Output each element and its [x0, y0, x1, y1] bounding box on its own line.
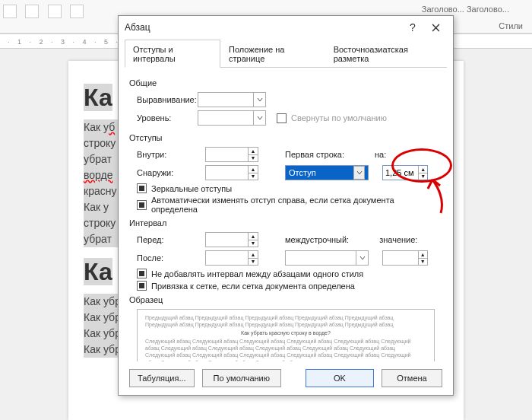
space-after-label: После: — [129, 253, 205, 262]
spin-down-icon[interactable]: ▼ — [249, 155, 258, 162]
auto-adjust-checkbox[interactable] — [137, 200, 147, 210]
spin-down-icon[interactable]: ▼ — [249, 173, 258, 180]
snap-to-grid-checkbox[interactable] — [137, 281, 147, 291]
spacing-at-label: значение: — [379, 235, 417, 244]
spin-up-icon[interactable]: ▲ — [249, 166, 258, 173]
mirror-indents-checkbox[interactable] — [137, 183, 147, 193]
doc-heading-2: Ка — [84, 258, 112, 285]
no-space-same-style-checkbox[interactable] — [137, 269, 147, 278]
line-spacing-select[interactable] — [285, 250, 369, 266]
space-before-input[interactable] — [206, 233, 248, 247]
space-before-label: Перед: — [129, 235, 205, 244]
spacing-at-spinner[interactable]: ▲▼ — [382, 250, 428, 266]
tab-indents-spacing[interactable]: Отступы и интервалы — [125, 40, 220, 68]
spin-down-icon[interactable]: ▼ — [249, 259, 258, 266]
spin-down-icon[interactable]: ▼ — [419, 259, 427, 266]
special-indent-select[interactable]: Отступ — [285, 165, 369, 180]
chevron-down-icon — [353, 166, 365, 180]
chevron-down-icon — [253, 111, 265, 125]
dialog-titlebar[interactable]: Абзац ? — [119, 16, 453, 39]
set-default-button[interactable]: По умолчанию — [202, 369, 281, 387]
dialog-button-row: Табуляция... По умолчанию OK Отмена — [119, 361, 453, 395]
chevron-down-icon — [356, 251, 368, 265]
tab-page-position[interactable]: Положение на странице — [220, 40, 325, 68]
section-general-label: Общие — [129, 78, 442, 88]
space-before-spinner[interactable]: ▲▼ — [205, 232, 258, 247]
dialog-tabs: Отступы и интервалы Положение на страниц… — [125, 39, 447, 68]
help-button[interactable]: ? — [401, 17, 424, 38]
spin-down-icon[interactable]: ▼ — [419, 173, 427, 180]
outside-indent-spinner[interactable]: ▲▼ — [205, 165, 258, 180]
cancel-button[interactable]: Отмена — [382, 369, 442, 387]
spin-up-icon[interactable]: ▲ — [419, 251, 427, 259]
style-gallery-labels: Заголово... Заголово... — [422, 5, 509, 14]
styles-group-label: Стили — [499, 21, 523, 30]
inside-indent-label: Внутри: — [129, 150, 205, 159]
by-indent-input[interactable] — [383, 166, 418, 180]
line-spacing-label: междустрочный: — [285, 235, 349, 244]
section-preview-label: Образец — [129, 295, 442, 304]
space-after-input[interactable] — [206, 251, 248, 265]
by-label: на: — [375, 150, 386, 159]
no-space-same-style-label: Не добавлять интервал между абзацами одн… — [151, 269, 363, 278]
outside-indent-label: Снаружи: — [129, 168, 205, 177]
close-icon — [432, 24, 440, 32]
alignment-select[interactable] — [198, 92, 266, 107]
by-indent-spinner[interactable]: ▲▼ — [382, 165, 428, 180]
tab-asian-layout[interactable]: Восточноазиатская разметка — [325, 40, 447, 68]
preview-center-text: Как убрать красную строку в ворде? — [145, 329, 426, 336]
chevron-down-icon — [253, 93, 265, 107]
preview-prev-text: Предыдущий абзац Предыдущий абзац Предыд… — [145, 314, 426, 328]
dialog-title: Абзац — [125, 22, 401, 33]
highlight-icon — [48, 5, 62, 18]
spin-up-icon[interactable]: ▲ — [249, 233, 258, 240]
doc-heading: Ка — [84, 84, 112, 111]
paragraph-dialog: Абзац ? Отступы и интервалы Положение на… — [118, 15, 454, 396]
alignment-label: Выравнивание: — [129, 95, 198, 104]
font-color-icon — [25, 5, 39, 18]
section-spacing-label: Интервал — [129, 218, 442, 228]
close-button[interactable] — [424, 17, 447, 38]
tabs-button[interactable]: Табуляция... — [129, 369, 195, 387]
inside-indent-spinner[interactable]: ▲▼ — [205, 147, 258, 162]
outline-level-label: Уровень: — [129, 113, 198, 123]
section-indent-label: Отступы — [129, 133, 442, 142]
spin-down-icon[interactable]: ▼ — [249, 240, 258, 247]
preview-next-text: Следующий абзац Следующий абзац Следующи… — [145, 338, 426, 361]
ok-button[interactable]: OK — [306, 369, 374, 387]
spin-up-icon[interactable]: ▲ — [249, 148, 258, 155]
spacing-at-input[interactable] — [383, 251, 418, 265]
mirror-indents-label: Зеркальные отступы — [151, 184, 232, 193]
bold-icon — [3, 5, 17, 18]
inside-indent-input[interactable] — [206, 148, 248, 161]
collapsed-label: Свернуты по умолчанию — [291, 113, 387, 123]
snap-to-grid-label: Привязка к сетке, если сетка документа о… — [151, 282, 355, 291]
collapsed-checkbox[interactable] — [277, 113, 287, 123]
spin-up-icon[interactable]: ▲ — [419, 166, 427, 173]
special-indent-label: Первая строка: — [285, 150, 344, 159]
spin-up-icon[interactable]: ▲ — [249, 251, 258, 259]
space-after-spinner[interactable]: ▲▼ — [205, 250, 258, 266]
dialog-content: Общие Выравнивание: Уровень: Свернуты по… — [119, 68, 453, 361]
outline-level-select[interactable] — [198, 110, 266, 126]
font-icon — [70, 5, 84, 18]
auto-adjust-label: Автоматически изменять отступ справа, ес… — [151, 196, 442, 214]
preview-box: Предыдущий абзац Предыдущий абзац Предыд… — [137, 309, 435, 361]
outside-indent-input[interactable] — [206, 166, 248, 180]
